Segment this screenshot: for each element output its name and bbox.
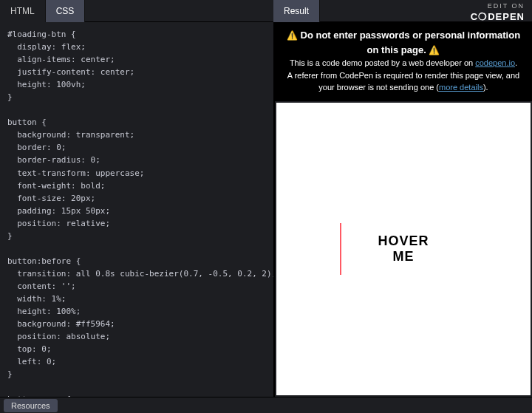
warning-line-2b: ). xyxy=(483,83,488,92)
tab-css[interactable]: CSS xyxy=(46,0,86,22)
edit-on-codepen[interactable]: EDIT ON C❍DEPEN xyxy=(471,0,525,24)
warning-title: Do not enter passwords or personal infor… xyxy=(301,30,521,55)
security-warning-banner: ⚠️ Do not enter passwords or personal in… xyxy=(275,22,532,101)
preview-frame: HOVER ME xyxy=(276,103,531,396)
css-editor-pane[interactable]: #loading-btn { display: flex; align-item… xyxy=(0,22,273,397)
css-code[interactable]: #loading-btn { display: flex; align-item… xyxy=(0,22,273,397)
top-bar: HTML CSS Result EDIT ON C❍DEPEN xyxy=(0,0,532,22)
more-details-link[interactable]: more details xyxy=(439,83,483,92)
resources-button[interactable]: Resources xyxy=(4,399,58,412)
warning-icon: ⚠️ xyxy=(287,30,298,41)
hover-me-button[interactable]: HOVER ME xyxy=(340,223,467,275)
editor-tabs: HTML CSS xyxy=(0,0,85,22)
warning-icon: ⚠️ xyxy=(429,45,440,55)
edit-on-label: EDIT ON xyxy=(471,2,525,11)
bottom-bar: Resources xyxy=(0,397,532,413)
warning-line-1a: This is a code demo posted by a web deve… xyxy=(290,58,475,67)
result-tabs: Result xyxy=(273,0,320,22)
hover-me-label: HOVER ME xyxy=(378,233,429,264)
codepen-link[interactable]: codepen.io xyxy=(475,58,515,67)
tab-html[interactable]: HTML xyxy=(0,0,46,22)
codepen-logo: C❍DEPEN xyxy=(471,11,525,24)
result-pane: ⚠️ Do not enter passwords or personal in… xyxy=(273,22,532,397)
warning-line-1b: . xyxy=(515,58,517,67)
tab-result[interactable]: Result xyxy=(273,0,320,22)
